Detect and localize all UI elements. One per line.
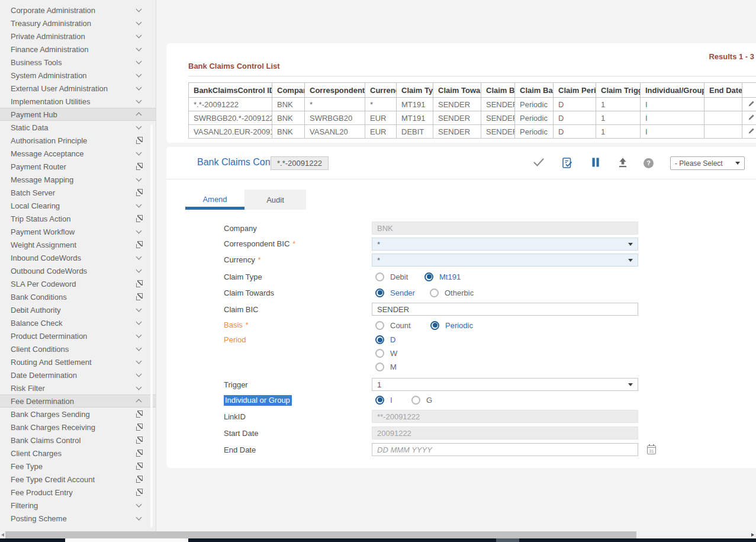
sidebar-item[interactable]: Trip Status Action: [0, 212, 156, 225]
sidebar-item[interactable]: Debit Authority: [0, 303, 156, 316]
sidebar-item[interactable]: Treasury Administration: [0, 17, 156, 30]
cell-correspondent-bic: VASANL20: [305, 125, 365, 139]
radio-period-m[interactable]: M: [375, 363, 397, 371]
sidebar-item[interactable]: Fee Product Entry: [0, 486, 156, 499]
pause-button[interactable]: [589, 157, 602, 169]
sidebar-item[interactable]: Weight Assignment: [0, 238, 156, 251]
cell-currency: EUR: [365, 125, 397, 139]
chevron-down-icon: [136, 358, 143, 365]
radio-debit[interactable]: Debit: [375, 272, 424, 281]
sidebar-item[interactable]: Static Data: [0, 121, 156, 134]
claim-bic-input[interactable]: [372, 303, 638, 316]
edit-pencil-icon[interactable]: [747, 127, 755, 135]
sidebar-item[interactable]: Message Mapping: [0, 173, 156, 186]
sidebar-item-label: Fee Product Entry: [11, 488, 73, 497]
chevron-up-icon: [136, 111, 143, 118]
field-claim-towards: Claim Towards Sender Otherbic: [224, 286, 474, 299]
column-header: Company: [272, 83, 305, 98]
active-tab-indicator: [185, 207, 245, 210]
sidebar-item[interactable]: Payment Router: [0, 160, 156, 173]
sidebar-item[interactable]: Product Determination: [0, 329, 156, 342]
trigger-select[interactable]: 1: [372, 378, 638, 391]
scroll-right-arrow-icon[interactable]: [751, 533, 754, 537]
chevron-down-icon: [136, 46, 143, 53]
upload-button[interactable]: [616, 157, 629, 169]
help-icon[interactable]: ?: [644, 158, 654, 168]
calendar-icon[interactable]: 31: [647, 445, 656, 454]
sidebar-item[interactable]: Corporate Administration: [0, 4, 156, 17]
open-new-icon: [136, 241, 143, 248]
sidebar-item[interactable]: Fee Type: [0, 460, 156, 473]
sidebar-scrollbar[interactable]: [150, 124, 153, 527]
sidebar-item[interactable]: Client Charges: [0, 447, 156, 460]
sidebar-item[interactable]: Fee Type Credit Account: [0, 473, 156, 486]
currency-select[interactable]: *: [372, 254, 638, 267]
sidebar-item[interactable]: External User Administration: [0, 82, 156, 95]
sidebar-item[interactable]: Local Clearing: [0, 199, 156, 212]
sidebar-item-label: Posting Scheme: [11, 514, 67, 523]
sidebar-item[interactable]: SLA Per Codeword: [0, 277, 156, 290]
cell-individual-group: I: [641, 111, 704, 125]
sidebar-item[interactable]: System Administration: [0, 69, 156, 82]
field-claim-bic: Claim BIC: [224, 303, 638, 316]
sidebar-item[interactable]: Bank Charges Receiving: [0, 421, 156, 434]
tab-audit[interactable]: Audit: [245, 190, 306, 210]
chevron-down-icon: [136, 371, 143, 379]
radio-otherbic[interactable]: Otherbic: [430, 288, 474, 297]
sidebar-item[interactable]: Private Administration: [0, 30, 156, 43]
sidebar-item[interactable]: Outbound CodeWords: [0, 264, 156, 277]
radio-individual[interactable]: I: [375, 396, 411, 405]
sidebar-item[interactable]: Posting Scheme: [0, 512, 156, 525]
radio-label: G: [426, 396, 432, 405]
radio-group[interactable]: G: [411, 396, 432, 405]
verify-document-button[interactable]: [561, 157, 574, 169]
column-header: Claim Towards: [433, 83, 481, 98]
sidebar-item[interactable]: Inbound CodeWords: [0, 251, 156, 264]
radio-count[interactable]: Count: [375, 321, 430, 330]
edit-pencil-icon[interactable]: [747, 113, 755, 121]
field-label-text: Currency: [224, 255, 255, 264]
sidebar-item[interactable]: Routing And Settlement: [0, 355, 156, 368]
scroll-left-arrow-icon[interactable]: [1, 533, 4, 537]
sidebar-item[interactable]: Message Acceptance: [0, 147, 156, 160]
sidebar-item[interactable]: Bank Charges Sending: [0, 408, 156, 421]
sidebar-item[interactable]: Business Tools: [0, 56, 156, 69]
sidebar-item[interactable]: Balance Check: [0, 316, 156, 329]
radio-period-d[interactable]: D: [375, 335, 397, 344]
required-asterisk: *: [292, 240, 295, 248]
field-label: Start Date: [224, 429, 372, 438]
upload-icon: [617, 157, 629, 168]
radio-sender[interactable]: Sender: [375, 288, 430, 297]
sidebar-item[interactable]: Bank Conditions: [0, 290, 156, 303]
sidebar-item[interactable]: Finance Administration: [0, 43, 156, 56]
sidebar-item-label: Client Charges: [11, 449, 62, 458]
sidebar-item[interactable]: Risk Filter: [0, 381, 156, 395]
sidebar-item[interactable]: Payment Hub: [0, 108, 156, 121]
radio-mt191[interactable]: Mt191: [424, 272, 461, 281]
sidebar: Corporate Administration Treasury Admini…: [0, 0, 156, 531]
field-label: Trigger: [224, 380, 372, 389]
sidebar-item-label: Authorisation Principle: [11, 136, 87, 145]
horizontal-scrollbar-thumb[interactable]: [5, 531, 636, 538]
sidebar-item[interactable]: Payment Workflow: [0, 225, 156, 238]
action-select[interactable]: - Please Select: [670, 156, 745, 170]
sidebar-item[interactable]: Implementation Utilities: [0, 95, 156, 108]
horizontal-scrollbar[interactable]: [0, 531, 756, 538]
end-date-input[interactable]: [372, 443, 638, 456]
edit-pencil-icon[interactable]: [747, 100, 755, 108]
cell-end-date: [704, 125, 742, 139]
sidebar-item[interactable]: Client Conditions: [0, 342, 156, 355]
confirm-check-button[interactable]: [532, 157, 545, 169]
correspondent-bic-select[interactable]: *: [372, 238, 638, 251]
radio-period-w[interactable]: W: [375, 349, 397, 358]
sidebar-item[interactable]: Batch Server: [0, 186, 156, 199]
sidebar-item[interactable]: Bank Claims Control: [0, 434, 156, 447]
sidebar-item[interactable]: Fee Determination: [0, 395, 156, 408]
radio-periodic[interactable]: Periodic: [430, 321, 473, 330]
sidebar-item-label: Date Determination: [11, 371, 77, 380]
sidebar-item[interactable]: Date Determination: [0, 368, 156, 381]
sidebar-item[interactable]: Authorisation Principle: [0, 134, 156, 147]
open-new-icon: [136, 189, 143, 196]
sidebar-item[interactable]: Filtering: [0, 499, 156, 512]
sidebar-item-label: Message Mapping: [11, 175, 73, 184]
